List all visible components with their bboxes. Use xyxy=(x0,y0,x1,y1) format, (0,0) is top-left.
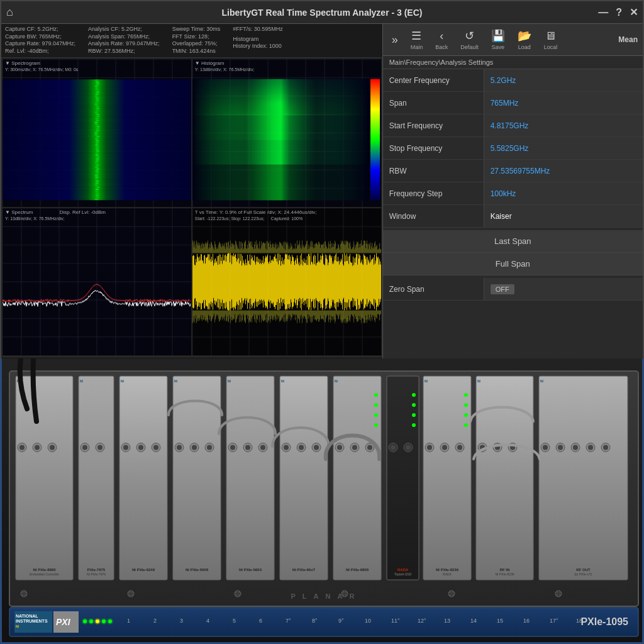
spectrum-analyzer-window: ⌂ LibertyGT Real Time Spectrum Analyzer … xyxy=(0,0,644,358)
hardware-canvas xyxy=(2,358,644,644)
time-start: Start: -122.223us; Stop: 122.223us; xyxy=(195,216,265,221)
zero-span-label: Zero Span xyxy=(383,278,484,300)
monitor-icon: 🖥 xyxy=(545,30,556,43)
main-label: Main xyxy=(411,44,423,50)
spectrum-canvas xyxy=(3,208,191,356)
mean-label: Mean xyxy=(618,35,638,44)
rbw-value[interactable]: 27.53569755MHz xyxy=(484,160,643,182)
span-row: Span 765MHz xyxy=(383,92,643,114)
main-button[interactable]: ☰ Main xyxy=(407,28,427,52)
zero-span-row: Zero Span OFF xyxy=(383,278,643,301)
settings-panel: » ☰ Main ‹ Back ↺ Default 💾 Save xyxy=(382,24,643,360)
info-col-mid: Analysis CF: 5.2GHz; Analysis Span: 765M… xyxy=(88,26,160,55)
center-frequency-value[interactable]: 5.2GHz xyxy=(484,69,643,91)
refresh-icon: ↺ xyxy=(465,29,474,43)
time-panel[interactable]: T vs Time: Y: 0.9% of Full Scale /div; X… xyxy=(192,208,381,356)
frequency-step-label: Frequency Step xyxy=(383,182,484,204)
last-span-button[interactable]: Last Span xyxy=(383,230,643,253)
stop-frequency-row: Stop Frequency 5.5825GHz xyxy=(383,137,643,160)
history-index: History Index: 1000 xyxy=(233,43,283,50)
histogram-panel[interactable]: ▼ Histogram Y: 13dBm/div; X: 76.5MHz/div… xyxy=(192,59,381,207)
spectrogram-canvas xyxy=(3,59,191,207)
dropdown-arrow[interactable]: ▼ xyxy=(195,60,200,66)
title-bar: ⌂ LibertyGT Real Time Spectrum Analyzer … xyxy=(1,1,643,24)
histogram-axis: Y: 13dBm/div; X: 76.5MHz/div; xyxy=(195,67,255,72)
analysis-cf: Analysis CF: 5.2GHz; xyxy=(88,26,160,33)
frequency-step-value[interactable]: 100kHz xyxy=(484,182,643,204)
start-frequency-row: Start Frequency 4.8175GHz xyxy=(383,114,643,137)
center-frequency-label: Center Frequency xyxy=(383,69,484,91)
dropdown-arrow[interactable]: ▼ xyxy=(5,60,10,66)
back-button[interactable]: ‹ Back xyxy=(431,28,452,52)
histogram-label: ▼ Histogram Y: 13dBm/div; X: 76.5MHz/div… xyxy=(195,60,255,74)
window-controls: — ? ✕ xyxy=(598,6,638,18)
spectrogram-label: ▼ Spectrogram Y: 300ms/div; X: 76.5MHz/d… xyxy=(5,60,78,74)
local-button[interactable]: 🖥 Local xyxy=(540,28,562,52)
ref-lvl: Ref. Lvl: -40dBm; xyxy=(5,48,75,55)
load-button[interactable]: 📂 Load xyxy=(514,28,535,52)
settings-table: Center Frequency 5.2GHz Span 765MHz Star… xyxy=(383,69,643,360)
toolbar: » ☰ Main ‹ Back ↺ Default 💾 Save xyxy=(383,24,643,56)
breadcrumb: Main\Frequency\Analysis Settings xyxy=(383,56,643,69)
rbw-row: RBW 27.53569755MHz xyxy=(383,160,643,182)
spectrogram-axis: Y: 300ms/div; X: 76.5MHz/div; M0: 0s xyxy=(5,67,78,72)
histogram-label-info: Histogram xyxy=(233,36,283,43)
left-panels: Capture CF: 5.2GHz; Capture BW: 765MHz; … xyxy=(1,24,382,360)
stop-frequency-value[interactable]: 5.5825GHz xyxy=(484,137,643,159)
info-col-right: Sweep Time: 30ms FFT Size: 128; Overlapp… xyxy=(172,26,221,55)
zero-span-badge[interactable]: OFF xyxy=(491,284,514,294)
overlapped: Overlapped: 75%; xyxy=(172,40,221,48)
help-button[interactable]: ? xyxy=(616,7,622,18)
analysis-span: Analysis Span: 765MHz; xyxy=(88,33,160,41)
window-value[interactable]: Kaiser xyxy=(484,205,643,227)
home-icon[interactable]: ⌂ xyxy=(6,6,13,19)
save-icon: 💾 xyxy=(491,29,505,43)
dropdown-arrow[interactable]: ▼ xyxy=(5,209,10,215)
histogram-canvas xyxy=(192,59,381,207)
spectrum-panel[interactable]: ▼ Spectrum Disp. Ref Lvl: -0dBm Y: 13dBm… xyxy=(3,208,191,356)
back-label: Back xyxy=(435,44,448,50)
window-title: LibertyGT Real Time Spectrum Analyzer - … xyxy=(222,8,423,18)
capture-bw: Capture BW: 765MHz; xyxy=(5,33,75,41)
load-icon: 📂 xyxy=(518,29,531,43)
fast-forward-icon: » xyxy=(392,33,398,47)
spectrum-label: ▼ Spectrum Disp. Ref Lvl: -0dBm Y: 13dBm… xyxy=(5,209,106,223)
minimize-button[interactable]: — xyxy=(598,7,608,18)
capture-rate: Capture Rate: 979.047MHz; xyxy=(5,40,75,48)
fft-rate: #FFT/s: 30.595MHz xyxy=(233,26,283,33)
span-label: Span xyxy=(383,92,484,114)
center-frequency-row: Center Frequency 5.2GHz xyxy=(383,69,643,92)
frequency-step-row: Frequency Step 100kHz xyxy=(383,182,643,205)
fft-size: FFT Size: 128; xyxy=(172,33,221,41)
time-captured: Captured: 100% xyxy=(271,216,303,221)
load-label: Load xyxy=(518,44,531,50)
close-button[interactable]: ✕ xyxy=(630,6,638,18)
info-col-left: Capture CF: 5.2GHz; Capture BW: 765MHz; … xyxy=(5,26,75,55)
sweep-time: Sweep Time: 30ms xyxy=(172,26,221,33)
full-span-button[interactable]: Full Span xyxy=(383,253,643,275)
start-frequency-value[interactable]: 4.8175GHz xyxy=(484,114,643,136)
stop-frequency-label: Stop Frequency xyxy=(383,137,484,159)
main-content: Capture CF: 5.2GHz; Capture BW: 765MHz; … xyxy=(1,24,643,360)
charts-grid: ▼ Spectrogram Y: 300ms/div; X: 76.5MHz/d… xyxy=(1,58,382,357)
hamburger-icon: ☰ xyxy=(411,29,421,43)
start-frequency-label: Start Frequency xyxy=(383,114,484,136)
fast-forward-button[interactable]: » xyxy=(388,32,402,48)
info-col-fft: #FFT/s: 30.595MHz Histogram History Inde… xyxy=(233,26,283,55)
rbw-info: RBW: 27.536MHz; xyxy=(88,48,160,55)
back-icon: ‹ xyxy=(440,30,443,43)
spectrogram-panel[interactable]: ▼ Spectrogram Y: 300ms/div; X: 76.5MHz/d… xyxy=(3,59,191,207)
local-label: Local xyxy=(544,44,558,50)
window-label: Window xyxy=(383,205,484,227)
title-bar-left: ⌂ xyxy=(6,6,13,19)
zero-span-value[interactable]: OFF xyxy=(484,278,643,300)
time-canvas xyxy=(192,208,381,356)
capture-cf: Capture CF: 5.2GHz; xyxy=(5,26,75,33)
action-buttons: Last Span Full Span xyxy=(383,228,643,278)
spectrum-axis: Y: 13dBm/div; X: 76.5MHz/div; xyxy=(5,216,65,221)
span-value[interactable]: 765MHz xyxy=(484,92,643,114)
time-label-text: T vs Time: Y: 0.9% of Full Scale /div; X… xyxy=(195,209,317,215)
save-label: Save xyxy=(491,44,504,50)
save-button[interactable]: 💾 Save xyxy=(487,28,509,52)
default-button[interactable]: ↺ Default xyxy=(457,28,482,52)
